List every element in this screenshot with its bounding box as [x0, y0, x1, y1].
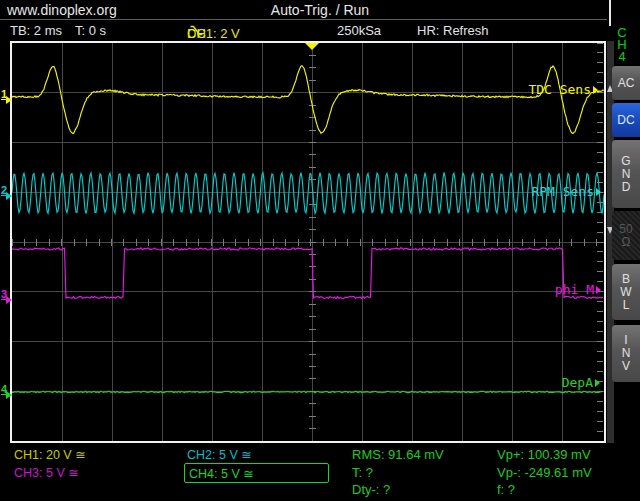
- sidebar-button-50ohm: 50Ω: [612, 211, 640, 260]
- measurement-period: T: ?: [352, 465, 373, 480]
- channel1-position-marker[interactable]: 1: [1, 88, 12, 105]
- channel4-scale-label: CH4: 5 V ≅: [189, 466, 254, 481]
- trace-label-depa: DepA: [562, 375, 600, 390]
- label-arrow-icon: [596, 188, 601, 196]
- trace-label-phi-m: phi M: [555, 282, 601, 297]
- label-arrow-icon: [596, 286, 601, 294]
- titlebar-divider: [609, 0, 611, 26]
- measurement-rms: RMS: 91.64 mV: [352, 447, 444, 462]
- oscilloscope-screen: www.dinoplex.org Auto-Trig. / Run TB: 2 …: [0, 0, 640, 501]
- waveform-canvas: [12, 43, 604, 441]
- measurement-duty: Dty-: ?: [352, 482, 390, 497]
- sidebar-button-dc[interactable]: DC: [612, 103, 640, 137]
- marker-arrow-icon: [6, 391, 12, 399]
- label-arrow-icon: [593, 86, 598, 94]
- marker-arrow-icon: [6, 192, 12, 200]
- channel4-position-marker[interactable]: 4: [1, 383, 12, 400]
- channel3-scale-readout[interactable]: CH3: 5 V ≅: [14, 465, 79, 480]
- trace-ch2: [12, 172, 604, 213]
- waveform-display: TDC Sens RPM Sens phi M DepA: [10, 41, 606, 443]
- trace-ch3: [12, 248, 603, 299]
- measurement-vp-plus: Vp+: 100.39 mV: [497, 447, 591, 462]
- titlebar: www.dinoplex.org Auto-Trig. / Run: [0, 0, 607, 20]
- label-arrow-icon: [595, 379, 600, 387]
- measurement-vp-minus: Vp-: -249.61 mV: [497, 465, 592, 480]
- marker-arrow-icon: [6, 296, 12, 304]
- sidebar-channel-label: C H 4: [614, 27, 630, 63]
- marker-arrow-icon: [6, 96, 12, 104]
- trace-label-tdc-sens: TDC Sens: [528, 82, 598, 97]
- sidebar-button-gnd[interactable]: GND: [612, 140, 640, 208]
- trace-label-rpm-sens: RPM Sens: [531, 184, 601, 199]
- sample-rate-readout: 250kSa: [337, 23, 381, 38]
- sidebar-button-ac[interactable]: AC: [612, 66, 640, 100]
- sidebar-button-bwl[interactable]: BWL: [612, 264, 640, 320]
- trace-ch1: [12, 66, 604, 134]
- channel2-position-marker[interactable]: 2: [1, 184, 12, 201]
- channel4-scale-readout-selected[interactable]: CH4: 5 V ≅: [184, 463, 329, 483]
- trigger-time-readout: T: 0 s: [75, 23, 106, 38]
- timebase-readout: TB: 2 ms: [10, 23, 62, 38]
- trigger-settings-readout: CH1: 2 VDC: [187, 23, 204, 36]
- channel1-scale-readout[interactable]: CH1: 20 V ≅: [14, 447, 86, 462]
- trigger-position-marker[interactable]: [305, 43, 319, 50]
- trigger-mode-status: Auto-Trig. / Run: [0, 2, 640, 18]
- channel3-position-marker[interactable]: 3: [1, 288, 12, 305]
- measurement-frequency: f: ?: [497, 482, 515, 497]
- acquisition-mode-readout: HR: Refresh: [417, 23, 489, 38]
- sidebar-button-inv[interactable]: INV: [612, 325, 640, 382]
- statusbar: TB: 2 ms T: 0 s CH1: 2 VDC 250kSa HR: Re…: [0, 20, 607, 41]
- channel2-scale-readout[interactable]: CH2: 5 V ≅: [187, 447, 252, 462]
- trigger-coupling-label: DC: [187, 26, 206, 41]
